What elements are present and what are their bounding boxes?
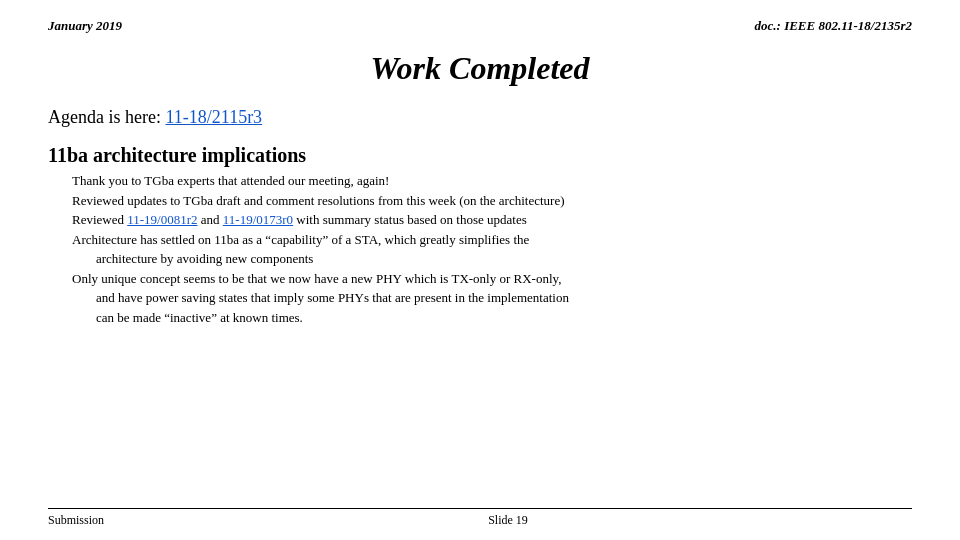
para-5b: and have power saving states that imply … (72, 288, 912, 308)
link-0081r2[interactable]: 11-19/0081r2 (127, 212, 197, 227)
agenda-prefix: Agenda is here: (48, 107, 165, 127)
footer-submission: Submission (48, 513, 104, 528)
para-4b: architecture by avoiding new components (72, 249, 912, 269)
para-3: Reviewed 11-19/0081r2 and 11-19/0173r0 w… (72, 210, 912, 230)
header-date: January 2019 (48, 18, 122, 34)
para-5c: can be made “inactive” at known times. (72, 308, 912, 328)
title-section: Work Completed (48, 50, 912, 87)
arch-section: 11ba architecture implications Thank you… (48, 144, 912, 327)
header: January 2019 doc.: IEEE 802.11-18/2135r2 (48, 18, 912, 34)
agenda-section: Agenda is here: 11-18/2115r3 (48, 107, 912, 128)
agenda-link[interactable]: 11-18/2115r3 (165, 107, 262, 127)
link-0173r0[interactable]: 11-19/0173r0 (223, 212, 293, 227)
para-1: Thank you to TGba experts that attended … (72, 171, 912, 191)
header-doc: doc.: IEEE 802.11-18/2135r2 (755, 18, 912, 34)
para-5: Only unique concept seems to be that we … (72, 269, 912, 289)
slide: January 2019 doc.: IEEE 802.11-18/2135r2… (0, 0, 960, 540)
arch-title: 11ba architecture implications (48, 144, 912, 167)
content-block: Thank you to TGba experts that attended … (48, 171, 912, 327)
footer: Submission Slide 19 (48, 508, 912, 528)
para-2: Reviewed updates to TGba draft and comme… (72, 191, 912, 211)
slide-title: Work Completed (371, 50, 590, 86)
footer-slide-number: Slide 19 (488, 513, 528, 528)
para-4: Architecture has settled on 11ba as a “c… (72, 230, 912, 250)
